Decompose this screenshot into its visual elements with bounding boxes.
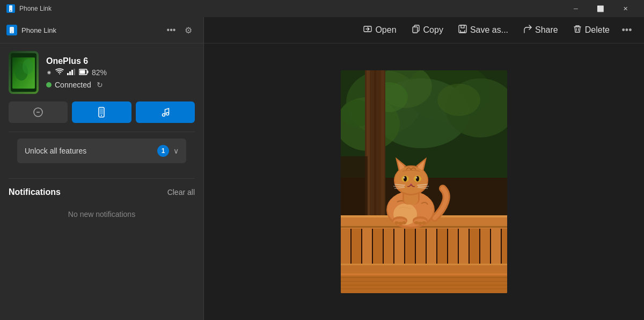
svg-rect-11 [69, 71, 71, 75]
connected-text: Connected [55, 81, 91, 89]
svg-rect-43 [381, 70, 384, 221]
image-area [204, 43, 644, 320]
sidebar-topbar: Phone Link ••• ⚙ [0, 17, 203, 43]
maximize-button[interactable]: ⬜ [588, 0, 613, 17]
main-layout: Phone Link ••• ⚙ [0, 17, 644, 320]
svg-rect-42 [374, 70, 376, 221]
svg-rect-118 [341, 285, 507, 286]
device-screen [11, 53, 36, 92]
window-controls: ─ ⬜ ✕ [564, 0, 638, 17]
svg-rect-20 [100, 108, 103, 114]
svg-point-2 [10, 10, 11, 11]
no-notifications-text: No new notifications [9, 210, 195, 219]
unlock-badge: 1 [157, 145, 169, 157]
svg-point-90 [402, 221, 406, 224]
svg-rect-26 [413, 27, 418, 33]
toolbar-more-button[interactable]: ••• [618, 21, 635, 39]
device-status-icons: ⁕ [46, 68, 195, 77]
wifi-icon [55, 68, 64, 77]
save-icon [458, 25, 467, 35]
copy-button[interactable]: Copy [405, 21, 450, 39]
svg-point-89 [398, 222, 402, 225]
device-info: OnePlus 6 ⁕ [46, 56, 195, 89]
connection-status: Connected ↻ [46, 81, 195, 89]
notifications-header: Notifications Clear all [9, 187, 195, 197]
copy-label: Copy [423, 25, 443, 35]
notifications-section: Notifications Clear all No new notificat… [0, 179, 203, 227]
titlebar: Phone Link ─ ⬜ ✕ [0, 0, 644, 17]
unlock-text: Unlock all features [25, 147, 157, 155]
photo-container [341, 70, 507, 293]
svg-point-38 [437, 84, 480, 116]
save-as-label: Save as... [470, 25, 508, 35]
open-button[interactable]: Open [357, 21, 402, 39]
app-title: Phone Link [19, 5, 564, 12]
app-icon [6, 4, 15, 13]
delete-label: Delete [585, 25, 610, 35]
share-icon [523, 25, 532, 35]
chevron-down-icon: ∨ [173, 147, 179, 155]
svg-rect-44 [341, 156, 368, 221]
svg-point-92 [418, 222, 422, 225]
svg-point-104 [404, 176, 407, 181]
svg-point-91 [414, 221, 419, 224]
save-as-button[interactable]: Save as... [452, 21, 515, 39]
cat-photo [341, 70, 507, 293]
connected-indicator [46, 82, 52, 88]
clear-all-button[interactable]: Clear all [167, 188, 195, 197]
svg-rect-16 [80, 70, 85, 74]
svg-rect-119 [341, 288, 507, 289]
messages-nav-button[interactable] [9, 101, 68, 123]
svg-rect-15 [87, 70, 89, 73]
settings-button[interactable]: ⚙ [180, 21, 197, 39]
unlock-banner[interactable]: Unlock all features 1 ∨ [17, 139, 186, 163]
sidebar-app-title: Phone Link [21, 26, 163, 34]
svg-rect-114 [341, 273, 507, 293]
signal-icon [67, 69, 76, 77]
battery-icon [79, 69, 89, 77]
svg-point-93 [422, 221, 426, 224]
svg-rect-12 [71, 70, 73, 75]
close-button[interactable]: ✕ [613, 0, 638, 17]
svg-point-106 [404, 177, 405, 179]
svg-point-9 [23, 59, 33, 74]
sidebar-app-icon [6, 25, 17, 35]
open-label: Open [375, 25, 396, 35]
minimize-button[interactable]: ─ [564, 0, 588, 17]
svg-point-21 [101, 115, 102, 116]
svg-point-107 [416, 177, 418, 179]
sidebar: Phone Link ••• ⚙ [0, 17, 204, 320]
open-icon [363, 25, 372, 35]
copy-icon [412, 25, 420, 35]
svg-rect-115 [341, 273, 507, 275]
bluetooth-icon: ⁕ [46, 69, 52, 77]
svg-rect-117 [341, 281, 507, 282]
svg-rect-28 [461, 25, 464, 28]
svg-rect-80 [341, 264, 507, 265]
svg-rect-13 [74, 69, 75, 75]
phone-nav-button[interactable] [72, 101, 131, 123]
unlock-section: Unlock all features 1 ∨ [0, 132, 203, 178]
battery-percentage: 82% [92, 68, 107, 77]
svg-rect-116 [341, 277, 507, 278]
device-header: OnePlus 6 ⁕ [0, 43, 203, 101]
content-area: Open Copy S [204, 17, 644, 320]
notifications-title: Notifications [9, 187, 61, 197]
delete-button[interactable]: Delete [567, 21, 616, 39]
svg-point-88 [394, 221, 399, 224]
nav-buttons [0, 101, 203, 132]
svg-point-105 [416, 176, 419, 181]
share-button[interactable]: Share [517, 21, 565, 39]
share-label: Share [535, 25, 558, 35]
device-thumbnail [9, 51, 39, 94]
svg-rect-47 [341, 226, 507, 228]
device-name: OnePlus 6 [46, 56, 195, 66]
refresh-icon[interactable]: ↻ [97, 81, 103, 89]
svg-point-4 [11, 32, 12, 33]
delete-icon [573, 25, 582, 35]
music-nav-button[interactable] [136, 101, 195, 123]
content-toolbar: Open Copy S [204, 17, 644, 43]
sidebar-more-button[interactable]: ••• [163, 21, 180, 39]
svg-rect-10 [67, 73, 69, 75]
